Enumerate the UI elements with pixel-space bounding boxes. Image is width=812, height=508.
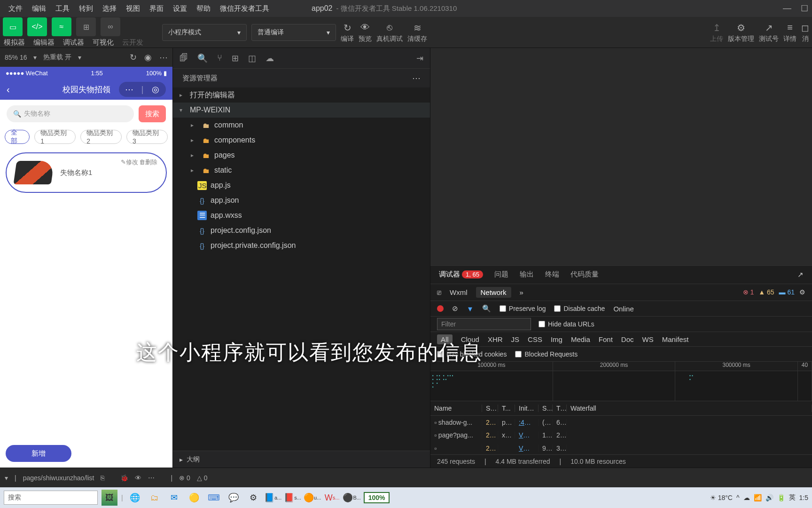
tab-all[interactable]: 全部 bbox=[5, 130, 30, 144]
more-tabs-icon[interactable]: » bbox=[520, 288, 523, 296]
weather[interactable]: ☀ 18°C bbox=[710, 494, 733, 501]
menu-file[interactable]: 文件 bbox=[4, 4, 27, 13]
folder-static[interactable]: ▸🖿static bbox=[173, 163, 430, 178]
mail-icon[interactable]: ✉ bbox=[166, 490, 182, 506]
cloud-button[interactable]: ∞ bbox=[101, 17, 120, 36]
file-projectconfig[interactable]: {}project.config.json bbox=[173, 223, 430, 238]
search-icon[interactable]: 🔍 bbox=[482, 304, 491, 313]
record-icon[interactable] bbox=[437, 305, 444, 312]
tab-terminal[interactable]: 终端 bbox=[545, 270, 559, 279]
expand-icon[interactable]: ↗ bbox=[797, 270, 804, 279]
chrome-icon[interactable]: 🟡 bbox=[186, 490, 202, 506]
eye-icon[interactable]: 👁 bbox=[135, 474, 141, 482]
ime-indicator[interactable]: 英 bbox=[789, 493, 796, 502]
tab-codequality[interactable]: 代码质量 bbox=[570, 270, 599, 279]
search-button[interactable]: 搜索 bbox=[139, 105, 166, 122]
tab-editor[interactable]: 编辑器 bbox=[33, 38, 55, 47]
menu-wxtools[interactable]: 微信开发者工具 bbox=[215, 4, 274, 13]
root-folder[interactable]: ▾MP-WEIXIN bbox=[173, 103, 430, 118]
warn-status[interactable]: △ 0 bbox=[197, 474, 208, 482]
app-icon[interactable]: ⚫ B... bbox=[344, 490, 360, 506]
version-button[interactable]: ⚙版本管理 bbox=[728, 22, 754, 43]
remote-debug-button[interactable]: ⎋真机调试 bbox=[376, 22, 403, 43]
details-button[interactable]: ≡详情 bbox=[783, 22, 796, 43]
menu-settings[interactable]: 设置 bbox=[168, 4, 192, 13]
type-xhr[interactable]: XHR bbox=[488, 335, 503, 343]
mode-select[interactable]: 小程序模式▾ bbox=[162, 24, 247, 41]
taskbar-search[interactable]: 搜索 bbox=[4, 491, 98, 505]
tab-network[interactable]: Network bbox=[476, 287, 511, 298]
debugger-button[interactable]: ≈ bbox=[52, 17, 71, 36]
gear-icon[interactable]: ⚙ bbox=[799, 288, 805, 296]
file-appwxss[interactable]: ☰app.wxss bbox=[173, 208, 430, 223]
menu-goto[interactable]: 转到 bbox=[74, 4, 98, 13]
app-icon[interactable]: 📘 a... bbox=[265, 490, 281, 506]
disable-cache-checkbox[interactable]: Disable cache bbox=[554, 305, 605, 312]
filter-icon[interactable]: ▼ bbox=[467, 305, 474, 313]
files-icon[interactable]: 🗐 bbox=[180, 53, 188, 63]
folder-pages[interactable]: ▸🖿pages bbox=[173, 148, 430, 163]
type-img[interactable]: Img bbox=[551, 335, 562, 343]
maximize-icon[interactable]: ☐ bbox=[801, 3, 808, 14]
vscode-icon[interactable]: ⌨ bbox=[206, 490, 222, 506]
stop-icon[interactable]: ◉ bbox=[144, 52, 152, 63]
online-select[interactable]: Online bbox=[613, 305, 633, 313]
info-count[interactable]: ▬ 61 bbox=[779, 288, 795, 296]
type-cloud[interactable]: Cloud bbox=[461, 335, 479, 343]
app-icon[interactable]: ⚙ bbox=[245, 490, 261, 506]
edge-icon[interactable]: 🌐 bbox=[127, 490, 143, 506]
clear-icon[interactable]: ⊘ bbox=[452, 304, 458, 313]
zoom-indicator[interactable]: 100% bbox=[364, 492, 390, 503]
wifi-icon[interactable]: 📶 bbox=[754, 494, 762, 501]
tab-debugger[interactable]: 调试器 bbox=[63, 38, 84, 47]
menu-dots-icon[interactable]: ⋯ bbox=[123, 84, 136, 95]
upload-button[interactable]: ↥上传 bbox=[710, 22, 723, 43]
open-editors[interactable]: ▸打开的编辑器 bbox=[173, 87, 430, 103]
visual-button[interactable]: ⊞ bbox=[76, 17, 96, 36]
clock[interactable]: 1:5 bbox=[799, 494, 808, 501]
app-icon[interactable]: 📕 s... bbox=[285, 490, 301, 506]
explorer-icon[interactable]: 🗂 bbox=[147, 490, 163, 506]
simulator-button[interactable]: ▭ bbox=[3, 17, 23, 36]
menu-tools[interactable]: 工具 bbox=[51, 4, 74, 13]
tab-cloud[interactable]: 云开发 bbox=[122, 38, 143, 47]
app-icon[interactable]: 🟠 u... bbox=[304, 490, 320, 506]
folder-common[interactable]: ▸🖿common bbox=[173, 118, 430, 133]
tab-cat2[interactable]: 物品类别2 bbox=[80, 130, 122, 144]
preserve-log-checkbox[interactable]: Preserve log bbox=[500, 305, 546, 312]
tab-cat3[interactable]: 物品类别3 bbox=[126, 130, 168, 144]
copy-icon[interactable]: ⎘ bbox=[101, 474, 104, 482]
network-row[interactable]: ▫ shadow-g... 2... p... :422... (... 6..… bbox=[430, 416, 812, 429]
minimize-icon[interactable]: — bbox=[783, 3, 791, 14]
outline-section[interactable]: ▸大纲 bbox=[173, 451, 430, 468]
error-count[interactable]: ⊗ 1 bbox=[743, 288, 754, 296]
bug-icon[interactable]: 🐞 bbox=[120, 474, 128, 482]
inspect-icon[interactable]: ⎚ bbox=[437, 288, 441, 296]
type-manifest[interactable]: Manifest bbox=[662, 335, 689, 343]
preview-button[interactable]: 👁预览 bbox=[359, 22, 372, 43]
back-icon[interactable]: ‹ bbox=[7, 84, 10, 95]
notif-button[interactable]: ◻消 bbox=[801, 22, 809, 43]
type-css[interactable]: CSS bbox=[528, 335, 542, 343]
network-row[interactable]: ▫ 2... VM2... 9... 3... bbox=[430, 442, 812, 454]
docker-icon[interactable]: ☁ bbox=[265, 53, 274, 64]
type-media[interactable]: Media bbox=[571, 335, 590, 343]
more-icon[interactable]: ⋯ bbox=[412, 73, 421, 83]
warn-count[interactable]: ▲ 65 bbox=[758, 288, 774, 296]
timeline[interactable]: ▪ ▪▪ ▪ ▪▪▪▪ ▪▪ ▪▪ ▪ ▪ ▪ ▪▪▪ bbox=[430, 371, 812, 401]
menu-edit[interactable]: 编辑 bbox=[27, 4, 51, 13]
blocked-requests-checkbox[interactable]: Blocked Requests bbox=[515, 350, 578, 358]
file-appjs[interactable]: JSapp.js bbox=[173, 178, 430, 193]
battery-icon[interactable]: 🔋 bbox=[777, 494, 785, 501]
clear-cache-button[interactable]: ≋清缓存 bbox=[407, 22, 427, 43]
tab-cat1[interactable]: 物品类别1 bbox=[34, 130, 76, 144]
more-icon[interactable]: ⋯ bbox=[148, 474, 155, 482]
type-font[interactable]: Font bbox=[599, 335, 613, 343]
type-doc[interactable]: Doc bbox=[621, 335, 634, 343]
tab-simulator[interactable]: 模拟器 bbox=[4, 38, 25, 47]
target-icon[interactable]: ◎ bbox=[149, 84, 162, 95]
menu-ui[interactable]: 界面 bbox=[145, 4, 168, 13]
menu-view[interactable]: 视图 bbox=[121, 4, 145, 13]
git-icon[interactable]: ⑂ bbox=[217, 53, 222, 63]
menu-select[interactable]: 选择 bbox=[98, 4, 121, 13]
